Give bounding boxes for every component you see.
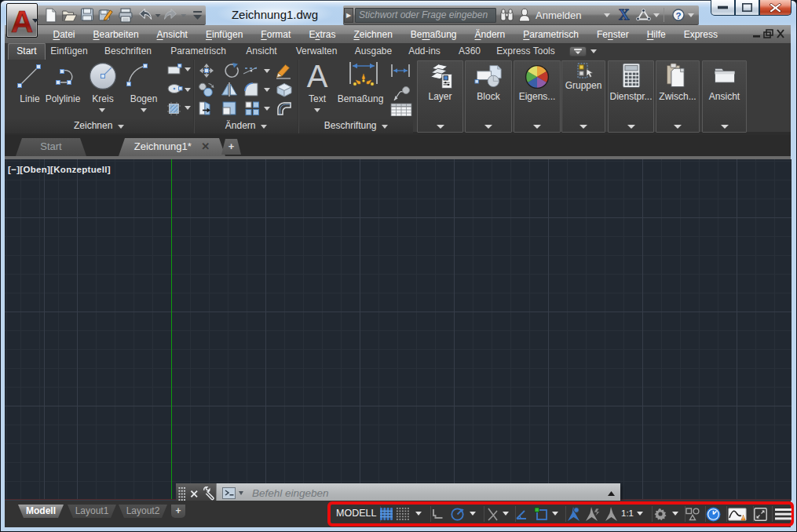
svg-text:A: A: [11, 5, 33, 37]
svg-text:X: X: [618, 7, 629, 23]
svg-text:?: ?: [675, 11, 681, 20]
svg-text:!: !: [743, 516, 744, 520]
svg-text:A: A: [307, 60, 328, 92]
